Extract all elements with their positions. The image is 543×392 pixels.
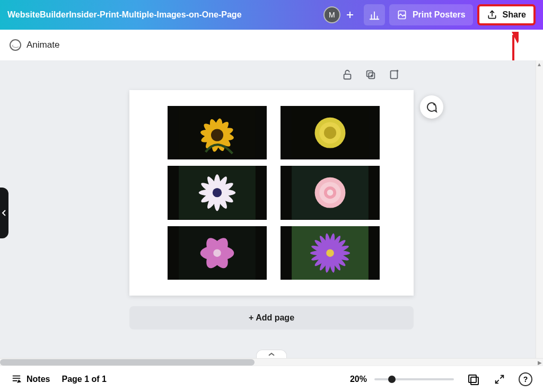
add-user-button[interactable]	[344, 8, 356, 21]
sidebar-collapse-handle[interactable]	[0, 188, 8, 238]
page-toolbar	[340, 68, 401, 82]
scroll-up-caret-icon: ▲	[537, 61, 542, 67]
footer-bar: Notes Page 1 of 1 20% ?	[0, 366, 543, 392]
pages-panel-toggle[interactable]	[256, 350, 287, 358]
duplicate-page-button[interactable]	[364, 68, 378, 82]
zoom-slider[interactable]	[374, 378, 454, 380]
new-page-icon	[388, 69, 400, 81]
horizontal-scrollbar[interactable]: ▶	[0, 358, 543, 366]
image-cell-yellow-dahlia[interactable]	[281, 106, 380, 159]
page-wrapper	[129, 90, 414, 296]
comment-fab[interactable]	[420, 95, 443, 119]
svg-rect-48	[469, 375, 476, 382]
animate-icon	[10, 39, 21, 51]
flower-image-icon	[281, 106, 380, 159]
animate-label: Animate	[27, 40, 59, 50]
fullscreen-button[interactable]	[492, 372, 507, 387]
insights-button[interactable]	[364, 4, 385, 25]
svg-point-31	[327, 190, 334, 196]
flower-image-icon	[168, 106, 267, 159]
zoom-value[interactable]: 20%	[350, 375, 367, 384]
app-header: WebsiteBuilderInsider-Print-Multiple-Ima…	[0, 0, 543, 30]
svg-point-47	[326, 249, 334, 256]
notes-icon	[11, 373, 22, 385]
lock-button[interactable]	[340, 68, 354, 82]
add-page-icon-button[interactable]	[387, 68, 401, 82]
scroll-right-caret-icon: ▶	[538, 360, 542, 366]
svg-point-36	[213, 249, 221, 256]
flower-image-icon	[281, 226, 380, 280]
animate-button[interactable]: Animate	[10, 39, 59, 51]
grid-icon	[467, 373, 479, 386]
image-cell-yellow-sunflower[interactable]	[168, 106, 267, 159]
upload-icon	[487, 10, 497, 20]
image-cell-white-daisy[interactable]	[168, 166, 267, 219]
notes-label: Notes	[27, 375, 50, 384]
scrollbar-thumb[interactable]	[0, 359, 255, 366]
user-avatar[interactable]: M	[323, 6, 340, 23]
svg-rect-6	[391, 71, 398, 79]
notes-button[interactable]: Notes	[11, 373, 50, 385]
add-page-button[interactable]: + Add page	[129, 306, 414, 329]
share-label: Share	[503, 10, 526, 20]
svg-point-26	[213, 188, 222, 197]
zoom-controls: 20%	[350, 375, 454, 384]
svg-rect-49	[471, 377, 478, 385]
unlock-icon	[341, 69, 353, 81]
chevron-up-icon	[268, 352, 275, 357]
plus-icon	[346, 11, 354, 19]
zoom-slider-thumb[interactable]	[388, 376, 396, 383]
secondary-toolbar: Animate	[0, 30, 543, 60]
chevron-right-icon	[2, 209, 7, 217]
svg-point-14	[211, 129, 223, 141]
canvas-area: ▲	[0, 60, 543, 366]
page-indicator[interactable]: Page 1 of 1	[62, 375, 106, 384]
print-posters-label: Print Posters	[413, 10, 466, 20]
grid-view-button[interactable]	[466, 372, 480, 387]
poster-icon	[397, 10, 407, 20]
design-page[interactable]	[129, 90, 414, 296]
flower-image-icon	[168, 166, 267, 219]
help-button[interactable]: ?	[519, 372, 532, 386]
duplicate-icon	[365, 69, 376, 81]
flower-image-icon	[168, 226, 267, 280]
flower-image-icon	[281, 166, 380, 219]
document-title[interactable]: WebsiteBuilderInsider-Print-Multiple-Ima…	[7, 10, 319, 20]
expand-icon	[494, 373, 505, 385]
svg-point-18	[324, 127, 336, 139]
svg-rect-3	[344, 74, 351, 79]
bar-chart-icon	[369, 9, 380, 21]
share-button[interactable]: Share	[477, 4, 536, 25]
image-cell-pink-rose[interactable]	[281, 166, 380, 219]
comment-plus-icon	[425, 101, 438, 113]
vertical-scrollbar[interactable]: ▲	[536, 60, 543, 358]
print-posters-button[interactable]: Print Posters	[389, 4, 473, 25]
image-cell-purple-waterlily[interactable]	[281, 226, 380, 280]
image-cell-pink-flower[interactable]	[168, 226, 267, 280]
